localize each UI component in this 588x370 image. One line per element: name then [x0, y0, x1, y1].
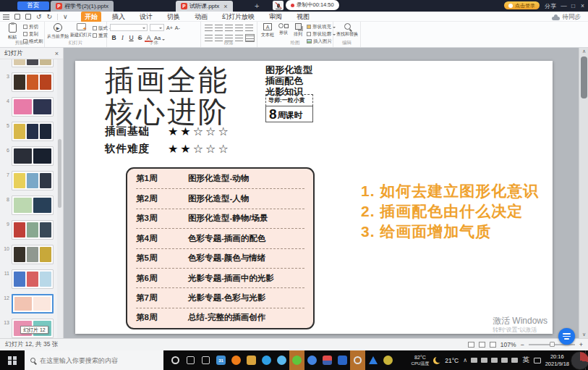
font-size-select[interactable] [150, 24, 164, 31]
canvas-scrollbar-thumb[interactable] [581, 56, 587, 98]
normal-view-icon[interactable] [468, 342, 474, 348]
copy-button[interactable]: 复制 [23, 31, 43, 37]
minimize-button[interactable]: — [559, 2, 568, 9]
new-slide-button[interactable]: 新建幻灯片 [69, 23, 93, 38]
slide-thumbnail[interactable]: 2 [1, 59, 56, 72]
map-icon[interactable] [365, 350, 380, 370]
cortana-icon[interactable] [168, 350, 183, 370]
keyboard-icon[interactable] [534, 358, 541, 363]
ribbon-tab[interactable]: 插入 [108, 12, 129, 22]
network-icon[interactable] [501, 358, 508, 363]
decrease-indent-icon[interactable] [225, 25, 233, 31]
scroll-down-icon[interactable]: ∨ [579, 332, 588, 337]
wechat-icon[interactable] [289, 350, 304, 370]
undo-icon[interactable]: ↺ [36, 13, 42, 20]
play-from-current-button[interactable]: ▶ 从当前开始 [46, 23, 69, 40]
file-explorer-icon[interactable] [244, 350, 259, 370]
cloud-tray-icon[interactable] [471, 358, 477, 363]
slide-thumbnail[interactable]: 4 [1, 97, 56, 122]
save-icon[interactable] [14, 14, 20, 20]
folder-tray-icon[interactable] [491, 358, 498, 363]
slide-thumbnail-image[interactable] [12, 195, 54, 215]
slide-sorter-icon[interactable] [479, 342, 485, 348]
slide-thumbnail-image[interactable] [12, 220, 54, 240]
app-icon[interactable] [335, 350, 350, 370]
document-tab[interactable]: P 程学号(2)(1).pptx [51, 1, 114, 12]
grow-font-button[interactable]: A+ [166, 25, 173, 30]
cpu-temperature-widget[interactable]: 82°C CPU温度 [412, 355, 430, 366]
slide-thumbnail-image[interactable] [12, 72, 54, 92]
slide-thumbnail[interactable]: 12 [1, 294, 56, 319]
slide-thumbnail-image[interactable] [12, 97, 54, 117]
font-name-select[interactable] [110, 24, 148, 31]
slideshow-view-icon[interactable] [490, 342, 496, 348]
slide-thumbnail-image[interactable] [12, 122, 54, 141]
security-icon[interactable] [320, 350, 335, 370]
sync-status[interactable]: 待同步 [552, 13, 581, 22]
recorder-floating-button[interactable] [571, 351, 588, 370]
start-button[interactable] [0, 350, 25, 370]
slide-thumbnail-image[interactable] [12, 294, 54, 314]
document-tab[interactable]: P 试听课.pptx × [176, 1, 233, 12]
volume-icon[interactable] [511, 358, 518, 363]
slide-thumbnail-image[interactable] [12, 245, 54, 264]
slide-thumbnail[interactable]: 9 [1, 220, 56, 245]
menu-icon[interactable] [3, 14, 9, 20]
arrange-button[interactable]: 排列 [291, 23, 305, 38]
slide-thumbnail[interactable]: 11 [1, 269, 56, 294]
recording-indicator[interactable]: 录制中00:14:50 [286, 0, 339, 10]
bullets-icon[interactable] [205, 25, 213, 31]
recorder-icon[interactable] [350, 350, 365, 370]
current-slide[interactable]: 插画全能 核心进阶 图形化造型插画配色光影知识 导师:一粒小黄 8 周课时 插画… [75, 61, 553, 334]
slide-thumbnail[interactable]: 10 [1, 245, 56, 269]
slide-thumbnail[interactable]: 8 [1, 195, 56, 220]
ribbon-tab[interactable]: 动画 [191, 12, 211, 22]
scroll-up-icon[interactable]: ∧ [579, 49, 588, 54]
canvas-scrollbar[interactable]: ∧ ∨ [579, 48, 588, 338]
slide-thumbnail[interactable]: 5 [1, 122, 56, 146]
home-tab[interactable]: 首页 [17, 1, 49, 10]
shrink-font-button[interactable]: A- [175, 25, 180, 30]
ie-icon[interactable] [274, 350, 289, 370]
numbering-icon[interactable] [215, 25, 223, 31]
ime-indicator[interactable]: 英 [522, 356, 529, 365]
zoom-slider-knob[interactable] [550, 342, 555, 347]
print-icon[interactable] [25, 14, 31, 20]
slide-thumbnail[interactable]: 6 [1, 146, 56, 171]
zoom-in-button[interactable]: + [579, 342, 583, 348]
ribbon-tab[interactable]: 幻灯片放映 [218, 12, 258, 22]
firefox-icon[interactable] [229, 350, 244, 370]
textbox-button[interactable]: A 文本框 [259, 23, 276, 38]
shape-fill-button[interactable]: 形状填充 [307, 24, 336, 30]
redo-icon[interactable]: ↻ [47, 13, 53, 20]
slide-thumbnail-image[interactable] [12, 269, 54, 289]
game-icon[interactable] [380, 350, 396, 370]
zoom-out-button[interactable]: − [520, 342, 524, 348]
slide-thumbnail[interactable]: 7 [1, 171, 56, 195]
task-view-icon[interactable] [183, 350, 198, 370]
increase-indent-icon[interactable] [235, 25, 243, 31]
shapes-button[interactable]: 形状 [276, 23, 291, 36]
ribbon-tab[interactable]: 切换 [163, 12, 184, 22]
panel-scrollbar[interactable] [57, 59, 63, 338]
ribbon-tab[interactable]: 视图 [293, 12, 313, 22]
share-button[interactable]: 分享 [545, 2, 556, 10]
close-button[interactable]: × [578, 2, 587, 9]
ribbon-tab[interactable]: 审阅 [265, 12, 286, 22]
taskbar-search[interactable] [25, 350, 163, 370]
ribbon-tab[interactable]: 设计 [136, 12, 156, 22]
find-replace-button[interactable]: 查找和替换 [335, 23, 359, 38]
login-button[interactable]: 点击登录 [504, 1, 540, 9]
cut-button[interactable]: 剪切 [23, 24, 43, 30]
mic-muted-button[interactable] [273, 1, 284, 10]
tab-close-icon[interactable]: × [223, 3, 227, 10]
chat-assistant-button[interactable] [558, 328, 575, 345]
browser-icon[interactable] [304, 350, 320, 370]
edge-icon[interactable] [259, 350, 274, 370]
usb-icon[interactable] [481, 358, 487, 363]
ribbon-tab[interactable]: 开始 [81, 12, 101, 22]
panel-close-icon[interactable]: × [55, 50, 59, 57]
clock-widget[interactable]: 20:16 2021/9/18 [545, 353, 569, 367]
slide-thumbnail-image[interactable] [12, 59, 54, 67]
slide-thumbnail-image[interactable] [12, 146, 54, 166]
